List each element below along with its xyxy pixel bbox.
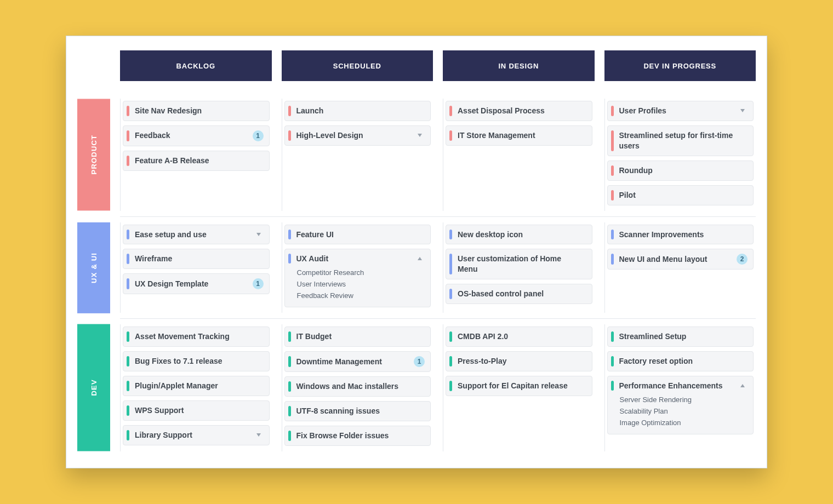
- kanban-card[interactable]: Launch: [284, 101, 431, 121]
- chevron-up-icon[interactable]: [415, 254, 425, 264]
- card-stripe: [288, 130, 291, 141]
- count-badge: 1: [414, 356, 425, 367]
- chevron-up-icon[interactable]: [738, 381, 748, 391]
- card-stripe: [611, 106, 614, 116]
- kanban-card[interactable]: Scanner Improvements: [607, 225, 754, 245]
- kanban-card[interactable]: Streamlined Setup: [607, 327, 754, 347]
- kanban-card[interactable]: CMDB API 2.0: [446, 327, 592, 347]
- card-stripe: [127, 331, 129, 342]
- kanban-card[interactable]: UX Design Template1: [123, 273, 270, 294]
- card-stripe: [449, 130, 452, 141]
- column-header-scheduled: SCHEDULED: [282, 50, 433, 81]
- card-stripe: [611, 190, 614, 201]
- card-title: Fix Browse Folder issues: [296, 431, 425, 441]
- card-subitem[interactable]: Image Optimization: [608, 417, 754, 428]
- card-subitem[interactable]: User Interviews: [285, 278, 431, 290]
- kanban-card-expanded[interactable]: Performance EnhancementsServer Side Rend…: [607, 376, 754, 434]
- card-stripe: [449, 331, 452, 342]
- lane-separator: [120, 216, 756, 217]
- kanban-card[interactable]: Plugin/Applet Manager: [123, 376, 270, 396]
- chevron-down-icon[interactable]: [738, 106, 748, 116]
- cell-product-backlog: Site Nav RedesignFeedback1Feature A-B Re…: [120, 99, 272, 210]
- card-stripe: [611, 130, 614, 151]
- kanban-card[interactable]: User Profiles: [607, 101, 754, 121]
- kanban-board: BACKLOG SCHEDULED IN DESIGN DEV IN PROGR…: [66, 36, 767, 468]
- card-stripe: [611, 254, 614, 265]
- kanban-card[interactable]: Downtime Management1: [284, 351, 431, 372]
- kanban-card[interactable]: Pilot: [607, 185, 754, 205]
- kanban-card[interactable]: Library Support: [123, 425, 270, 445]
- kanban-card[interactable]: Feedback1: [123, 125, 270, 146]
- card-title: UX Audit: [296, 254, 415, 263]
- kanban-card[interactable]: Press-to-Play: [446, 351, 592, 371]
- card-title: Library Support: [135, 430, 254, 440]
- card-stripe: [449, 356, 452, 366]
- kanban-card[interactable]: New UI and Menu layout2: [607, 249, 754, 270]
- kanban-card[interactable]: Site Nav Redesign: [123, 101, 270, 121]
- kanban-card[interactable]: Wireframe: [123, 249, 270, 269]
- kanban-card[interactable]: Windows and Mac installers: [284, 376, 431, 397]
- kanban-card[interactable]: User customization of Home Menu: [446, 249, 592, 279]
- card-stripe: [127, 230, 129, 240]
- cell-dev-dev_in_progress: Streamlined SetupFactory reset optionPer…: [604, 324, 756, 451]
- lane-label-dev: DEV: [77, 324, 110, 451]
- kanban-card[interactable]: IT Store Management: [446, 125, 592, 146]
- count-badge: 2: [737, 254, 748, 265]
- card-stripe: [127, 405, 129, 416]
- card-subitem[interactable]: Competitor Research: [285, 267, 431, 278]
- card-title: User Profiles: [619, 106, 738, 116]
- kanban-card[interactable]: Asset Movement Tracking: [123, 327, 270, 347]
- card-title: Factory reset option: [619, 356, 748, 366]
- chevron-down-icon[interactable]: [415, 130, 425, 140]
- card-stripe: [288, 331, 291, 342]
- card-title: Feature UI: [296, 230, 425, 240]
- card-title: Launch: [296, 106, 425, 116]
- column-header-dev-in-progress: DEV IN PROGRESS: [604, 50, 756, 81]
- card-title: CMDB API 2.0: [458, 331, 586, 342]
- kanban-card[interactable]: Bug Fixes to 7.1 release: [123, 351, 270, 371]
- card-stripe: [127, 430, 129, 440]
- kanban-card[interactable]: WPS Support: [123, 400, 270, 421]
- card-title: Scanner Improvements: [619, 230, 748, 240]
- kanban-card[interactable]: Roundup: [607, 161, 754, 181]
- kanban-card[interactable]: UTF-8 scanning issues: [284, 401, 431, 421]
- card-title: WPS Support: [135, 405, 264, 416]
- card-subitem[interactable]: Server Side Rendering: [608, 394, 754, 405]
- kanban-card[interactable]: Factory reset option: [607, 351, 754, 371]
- kanban-card[interactable]: New desktop icon: [446, 225, 592, 245]
- chevron-down-icon[interactable]: [254, 430, 264, 440]
- card-title: Ease setup and use: [135, 230, 254, 240]
- card-title: IT Store Management: [458, 130, 586, 141]
- kanban-card[interactable]: Asset Disposal Process: [446, 101, 592, 121]
- card-title: Streamlined setup for first-time users: [619, 130, 748, 151]
- card-stripe: [611, 356, 614, 366]
- kanban-card-expanded[interactable]: UX AuditCompetitor ResearchUser Intervie…: [284, 249, 431, 307]
- kanban-card[interactable]: High-Level Design: [284, 125, 431, 146]
- kanban-card[interactable]: Fix Browse Folder issues: [284, 426, 431, 446]
- card-subitem[interactable]: Feedback Review: [285, 290, 431, 301]
- kanban-card[interactable]: IT Budget: [284, 327, 431, 347]
- kanban-card[interactable]: Support for El Capitan release: [446, 376, 592, 396]
- card-stripe: [288, 381, 291, 392]
- column-header-backlog: BACKLOG: [120, 50, 272, 81]
- count-badge: 1: [253, 278, 264, 289]
- kanban-card[interactable]: Streamlined setup for first-time users: [607, 125, 754, 156]
- cell-product-in_design: Asset Disposal ProcessIT Store Managemen…: [443, 99, 595, 210]
- card-title: Streamlined Setup: [619, 331, 748, 342]
- lane-separator: [120, 318, 756, 319]
- kanban-card[interactable]: Feature UI: [284, 225, 431, 245]
- header-corner: [77, 50, 110, 81]
- card-stripe: [127, 254, 129, 264]
- card-title: Feedback: [135, 130, 249, 141]
- card-title: OS-based control panel: [458, 289, 586, 299]
- card-title: Site Nav Redesign: [135, 106, 264, 116]
- cell-dev-in_design: CMDB API 2.0Press-to-PlaySupport for El …: [443, 324, 595, 451]
- kanban-card[interactable]: OS-based control panel: [446, 284, 592, 304]
- card-stripe: [288, 106, 291, 116]
- card-stripe: [449, 381, 452, 391]
- kanban-card[interactable]: Feature A-B Release: [123, 151, 270, 171]
- chevron-down-icon[interactable]: [254, 230, 264, 239]
- card-subitem[interactable]: Scalability Plan: [608, 405, 754, 417]
- card-title: Support for El Capitan release: [458, 381, 586, 391]
- kanban-card[interactable]: Ease setup and use: [123, 225, 270, 245]
